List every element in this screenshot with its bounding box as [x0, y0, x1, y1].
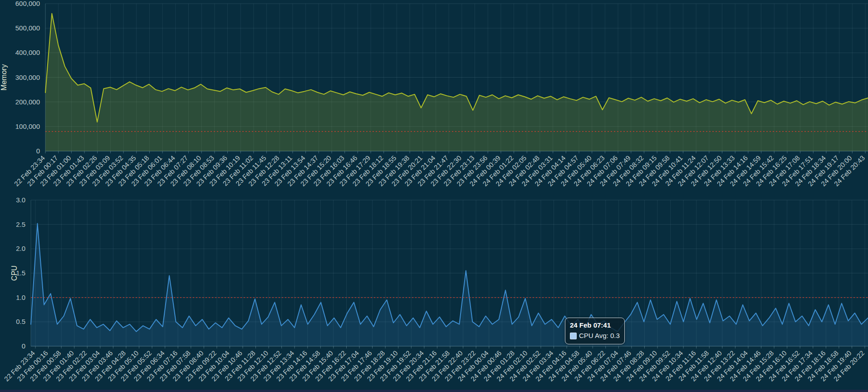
cpu-axis-ticks	[35, 346, 865, 348]
memory-y-axis-labels: 0100,000200,000300,000400,000500,000600,…	[15, 0, 40, 155]
cpu-x-axis-labels: 22 Feb 23:3423 Feb 00:1623 Feb 00:5823 F…	[3, 349, 866, 383]
memory-axis-ticks	[45, 151, 865, 153]
y-tick-label: 0.5	[16, 318, 25, 325]
tooltip-series-row: CPU Avg: 0.3	[570, 331, 620, 340]
chart-tooltip: 24 Feb 07:41 CPU Avg: 0.3	[565, 318, 625, 344]
memory-x-axis-labels: 22 Feb 23:3423 Feb 00:1723 Feb 01:0023 F…	[13, 154, 867, 188]
y-tick-label: 200,000	[15, 98, 40, 106]
y-tick-label: 2.5	[16, 220, 25, 228]
charts-canvas: 0100,000200,000300,000400,000500,000600,…	[0, 0, 868, 392]
memory-series-area[interactable]	[45, 14, 868, 151]
memory-axis-title: Memory	[0, 64, 8, 91]
y-tick-label: 400,000	[15, 49, 40, 56]
y-tick-label: 500,000	[15, 24, 40, 32]
tooltip-value: CPU Avg: 0.3	[579, 331, 620, 340]
monitoring-dashboard: 0100,000200,000300,000400,000500,000600,…	[0, 0, 868, 392]
cpu-series-area[interactable]	[31, 224, 868, 347]
y-tick-label: 0	[36, 147, 40, 155]
window-bottom-edge	[0, 390, 868, 392]
y-tick-label: 2.0	[16, 245, 25, 252]
y-tick-label: 100,000	[15, 122, 40, 130]
cpu-chart: 00.51.01.52.02.53.022 Feb 23:3423 Feb 00…	[3, 196, 868, 383]
y-tick-label: 0	[22, 342, 25, 350]
y-tick-label: 300,000	[15, 74, 40, 81]
tooltip-timestamp: 24 Feb 07:41	[570, 321, 620, 330]
y-tick-label: 1.0	[16, 294, 25, 301]
cpu-axis-title: CPU	[10, 265, 18, 281]
tooltip-series-swatch	[570, 333, 577, 339]
y-tick-label: 600,000	[15, 0, 40, 7]
memory-chart: 0100,000200,000300,000400,000500,000600,…	[0, 0, 868, 188]
y-tick-label: 3.0	[16, 196, 25, 204]
